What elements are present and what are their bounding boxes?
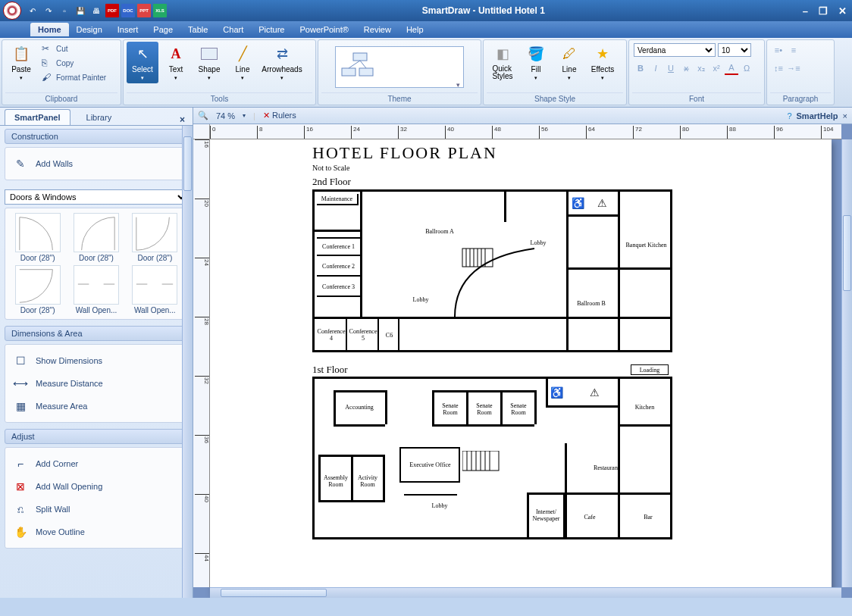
shapes-category-select[interactable]: Doors & Windows [5, 189, 188, 205]
text-icon: A [166, 44, 186, 64]
corner-icon: ⌐ [13, 456, 28, 471]
tab-smartpanel[interactable]: SmartPanel [5, 109, 70, 125]
zoom-value[interactable]: 74 % [216, 111, 235, 120]
zoom-icon[interactable]: 🔍 [198, 111, 208, 120]
underline-button[interactable]: U [664, 61, 678, 75]
scrollbar-thumb[interactable] [221, 589, 327, 597]
smarthelp-button[interactable]: SmartHelp [797, 111, 838, 120]
menu-home[interactable]: Home [30, 23, 69, 36]
split-wall-button[interactable]: ⎌Split Wall [10, 498, 183, 521]
shape-line-button[interactable]: 🖊Line▾ [553, 42, 585, 83]
scrollbar-thumb[interactable] [183, 136, 192, 191]
fill-button[interactable]: 🪣Fill▾ [520, 42, 552, 83]
add-wall-opening-button[interactable]: ⊠Add Wall Opening [10, 475, 183, 498]
quick-styles-icon: ◧ [493, 44, 512, 64]
canvas-area: 🔍 74 %▾ | ✕ Rulers ? SmartHelp × 0816243… [193, 108, 852, 598]
ribbon-group-clipboard: 📋 Paste▾ ✂Cut ⎘Copy 🖌Format Painter Clip… [2, 39, 121, 105]
close-button[interactable]: ✕ [836, 5, 849, 17]
menu-chart[interactable]: Chart [215, 23, 251, 36]
effects-icon: ★ [593, 44, 612, 64]
add-walls-button[interactable]: ✎Add Walls [10, 152, 183, 175]
ruler-vertical: 1620242832364044 [193, 139, 210, 587]
move-outline-button[interactable]: ✋Move Outline [10, 521, 183, 543]
floor-1-plan[interactable]: Accounting Senate Room Senate Room Senat… [312, 377, 672, 539]
shape-1[interactable]: Door (28") [68, 213, 124, 262]
svg-rect-1 [342, 68, 356, 76]
effects-button[interactable]: ★Effects▾ [587, 42, 619, 83]
subscript-button[interactable]: x₂ [694, 61, 708, 75]
measure-distance-button[interactable]: ⟷Measure Distance [10, 372, 183, 395]
line-button[interactable]: ╱Line▾ [227, 42, 258, 83]
theme-preview[interactable]: ▾ [335, 46, 464, 88]
smart-panel: SmartPanel Library × Construction ✎Add W… [0, 108, 193, 598]
app-logo-icon[interactable] [3, 2, 21, 20]
copy-button[interactable]: ⎘Copy [39, 56, 109, 70]
drawing-page[interactable]: HOTEL FLOOR PLAN Not to Scale 2nd Floor … [210, 139, 832, 594]
quick-styles-button[interactable]: ◧Quick Styles [487, 42, 518, 83]
font-size-select[interactable]: 10 [718, 43, 751, 57]
ppt-icon[interactable]: PPT [137, 4, 151, 17]
shape-2[interactable]: Door (28") [127, 213, 183, 262]
strike-button[interactable]: x̶ [679, 61, 693, 75]
pdf-icon[interactable]: PDF [105, 4, 119, 17]
rulers-toggle[interactable]: ✕ Rulers [263, 111, 296, 120]
align-button[interactable]: ≡ [787, 43, 800, 57]
shape-3[interactable]: Door (28") [10, 265, 65, 314]
paste-button[interactable]: 📋 Paste▾ [5, 42, 37, 83]
help-close-icon[interactable]: × [843, 111, 847, 120]
measure-area-button[interactable]: ▦Measure Area [10, 395, 183, 417]
menu-page[interactable]: Page [146, 23, 180, 36]
indent-button[interactable]: →≡ [787, 61, 800, 75]
menu-table[interactable]: Table [180, 23, 215, 36]
menu-help[interactable]: Help [399, 23, 431, 36]
symbol-button[interactable]: Ω [740, 61, 753, 75]
horizontal-scrollbar[interactable] [210, 587, 841, 598]
svg-line-4 [360, 61, 366, 68]
ribbon-group-label: Paragraph [770, 92, 831, 105]
arrowheads-button[interactable]: ⇄Arrowheads▾ [260, 42, 304, 83]
spacing-button[interactable]: ↕≡ [772, 61, 785, 75]
bullets-button[interactable]: ≡• [772, 43, 785, 57]
shape-0[interactable]: Door (28") [10, 213, 65, 262]
redo-icon[interactable]: ↷ [42, 4, 55, 17]
help-icon[interactable]: ? [787, 111, 791, 120]
format-painter-button[interactable]: 🖌Format Painter [39, 70, 109, 84]
select-button[interactable]: ↖Select▾ [127, 42, 158, 83]
ruler-horizontal: 081624324048566472808896104 [210, 124, 841, 139]
superscript-button[interactable]: x² [709, 61, 723, 75]
italic-button[interactable]: I [649, 61, 662, 75]
scrollbar-thumb[interactable] [843, 215, 851, 291]
cut-button[interactable]: ✂Cut [39, 42, 109, 55]
new-icon[interactable]: ▫ [58, 4, 71, 17]
save-icon[interactable]: 💾 [74, 4, 87, 17]
menu-insert[interactable]: Insert [110, 23, 146, 36]
menu-design[interactable]: Design [69, 23, 110, 36]
ribbon-group-label: Shape Style [487, 92, 623, 105]
maximize-button[interactable]: ❐ [816, 5, 830, 17]
shape-button[interactable]: Shape▾ [193, 42, 225, 83]
bold-button[interactable]: B [634, 61, 647, 75]
show-dimensions-button[interactable]: ☐Show Dimensions [10, 349, 183, 372]
vertical-scrollbar[interactable] [841, 139, 852, 587]
add-corner-button[interactable]: ⌐Add Corner [10, 452, 183, 475]
print-icon[interactable]: 🖶 [89, 4, 103, 17]
menu-review[interactable]: Review [356, 23, 399, 36]
panel-close-icon[interactable]: × [177, 114, 188, 125]
floor-2-plan[interactable]: Maintenance Ballroom A Lobby Conference … [312, 189, 672, 352]
shape-4[interactable]: Wall Open... [68, 265, 124, 314]
minimize-button[interactable]: – [800, 5, 810, 17]
undo-icon[interactable]: ↶ [26, 4, 39, 17]
menu-picture[interactable]: Picture [251, 23, 292, 36]
font-family-select[interactable]: Verdana [634, 43, 716, 57]
xls-icon[interactable]: XLS [153, 4, 167, 17]
tab-library[interactable]: Library [77, 109, 122, 125]
shape-5[interactable]: Wall Open... [127, 265, 183, 314]
text-button[interactable]: AText▾ [160, 42, 192, 83]
window-title: SmartDraw - Untitled Hotel 1 [167, 5, 800, 16]
doc-icon[interactable]: DOC [121, 4, 135, 17]
menu-powerpoint[interactable]: PowerPoint® [292, 23, 356, 36]
ribbon-group-label: Tools [127, 92, 312, 105]
canvas-body[interactable]: 081624324048566472808896104 162024283236… [193, 124, 852, 598]
panel-scrollbar[interactable] [182, 126, 193, 598]
font-color-button[interactable]: A [725, 61, 738, 75]
